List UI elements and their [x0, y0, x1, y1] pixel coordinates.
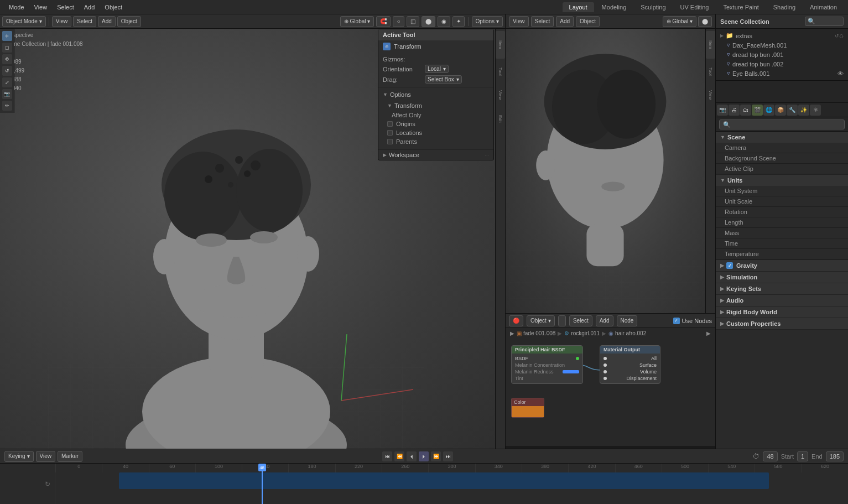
- props-tab-physics[interactable]: ⚛: [810, 105, 821, 116]
- gravity-group-header[interactable]: ▶ ✓ Gravity: [716, 260, 848, 271]
- tab-sculpting[interactable]: Sculpting: [634, 2, 672, 12]
- node-editor-type-btn[interactable]: 🔴: [509, 315, 523, 326]
- scene-group-header[interactable]: ▼ Scene: [716, 132, 848, 143]
- props-tab-scene[interactable]: 🎬: [752, 105, 763, 116]
- bsdf-output-dot[interactable]: [576, 357, 579, 360]
- right-item-btn[interactable]: Item: [706, 31, 715, 59]
- jump-start-btn[interactable]: ⏮: [382, 451, 392, 461]
- annotate-tool-btn[interactable]: ✏: [2, 101, 12, 111]
- tab-modeling[interactable]: Modeling: [595, 2, 633, 12]
- node-select-btn[interactable]: Select: [569, 315, 592, 326]
- right-vp-object-btn[interactable]: Object: [576, 16, 600, 27]
- viewport-view-btn[interactable]: View: [52, 16, 72, 27]
- select-tool-btn[interactable]: ◻: [2, 43, 12, 53]
- viewport-object-btn[interactable]: Object: [117, 16, 141, 27]
- node-view-btn[interactable]: [558, 315, 566, 326]
- material-output-node[interactable]: Material Output All Surface: [600, 345, 660, 384]
- tool-side-btn[interactable]: Tool: [496, 60, 505, 82]
- timeline-view-btn[interactable]: View: [36, 451, 56, 462]
- surface-input-dot[interactable]: [604, 363, 607, 367]
- shading-material-btn[interactable]: ◉: [438, 16, 450, 27]
- props-tab-world[interactable]: 🌐: [763, 105, 774, 116]
- props-tab-view-layer[interactable]: 🗂: [740, 105, 751, 116]
- cursor-tool-btn[interactable]: ✛: [2, 31, 12, 41]
- audio-group-header[interactable]: ▶ Audio: [716, 295, 848, 306]
- right-vp-add-btn[interactable]: Add: [556, 16, 574, 27]
- workspace-section-header[interactable]: ▶ Workspace ···: [378, 150, 493, 160]
- end-frame-display[interactable]: 185: [826, 451, 844, 461]
- origins-checkbox[interactable]: [387, 121, 393, 127]
- use-nodes-toggle[interactable]: ✓ Use Nodes: [673, 318, 712, 324]
- right-3d-viewport[interactable]: View Select Add Object ⊕ Global ▾ ⬤: [506, 14, 715, 313]
- options-section-header[interactable]: ▼ Options: [378, 90, 493, 100]
- global-transform-btn[interactable]: ⊕ Global ▾: [340, 16, 374, 27]
- right-vp-shading-btn[interactable]: ⬤: [698, 16, 712, 27]
- start-frame-display[interactable]: 1: [797, 451, 808, 461]
- menu-item-add[interactable]: Add: [80, 3, 100, 12]
- viewport-select-btn[interactable]: Select: [73, 16, 96, 27]
- breadcrumb-rockgirl[interactable]: ⚙ rockgirl.011: [564, 330, 600, 336]
- tree-item-dax-face[interactable]: ▿ Dax_FaceMesh.001: [716, 40, 848, 50]
- current-frame-display[interactable]: 48: [763, 451, 777, 461]
- right-tool-btn[interactable]: Tool: [706, 60, 715, 82]
- right-vp-select-btn[interactable]: Select: [531, 16, 554, 27]
- playhead[interactable]: 48: [262, 464, 263, 504]
- prev-frame-btn[interactable]: ⏴: [407, 451, 417, 461]
- props-tab-output[interactable]: 🖨: [729, 105, 740, 116]
- volume-input-dot[interactable]: [604, 370, 607, 373]
- proportional-btn[interactable]: ○: [393, 16, 404, 27]
- rigid-body-group-header[interactable]: ▶ Rigid Body World: [716, 306, 848, 318]
- node-editor-panel[interactable]: 🔴 Object ▾ Select Add Node ✓ Use Nodes ▶: [506, 313, 715, 446]
- edit-side-btn[interactable]: Edit: [496, 108, 505, 130]
- viewport-add-btn[interactable]: Add: [98, 16, 116, 27]
- tree-item-extras[interactable]: ▶ 📁 extras ↺♺: [716, 31, 848, 40]
- orientation-dropdown[interactable]: Local ▾: [425, 65, 449, 73]
- simulation-group-header[interactable]: ▶ Simulation: [716, 272, 848, 283]
- color-node-swatch[interactable]: [512, 406, 544, 417]
- color-node[interactable]: Color: [511, 398, 544, 418]
- use-nodes-checkbox[interactable]: ✓: [673, 318, 680, 324]
- rotate-tool-btn[interactable]: ↺: [2, 66, 12, 76]
- units-group-header[interactable]: ▼ Units: [716, 175, 848, 186]
- tab-texture-paint[interactable]: Texture Paint: [717, 2, 766, 12]
- menu-item-view[interactable]: View: [30, 3, 52, 12]
- parents-checkbox-row[interactable]: Parents: [378, 137, 493, 146]
- node-object-btn[interactable]: Object ▾: [527, 315, 555, 326]
- locations-checkbox[interactable]: [387, 130, 393, 136]
- props-search-input[interactable]: [719, 119, 845, 129]
- node-node-btn[interactable]: Node: [617, 315, 638, 326]
- right-view-btn[interactable]: View: [706, 84, 715, 106]
- tab-animation[interactable]: Animation: [803, 2, 844, 12]
- camera-tool-btn[interactable]: 📷: [2, 89, 12, 99]
- left-3d-viewport[interactable]: Object Mode ▾ View Select Add Object ⊕ G…: [0, 14, 505, 449]
- timeline-ruler[interactable]: 0 40 60 100 140 180 220 260 300 340 380 …: [55, 464, 848, 504]
- tab-shading[interactable]: Shading: [767, 2, 802, 12]
- drag-dropdown[interactable]: Select Box ▾: [425, 75, 462, 84]
- parents-checkbox[interactable]: [387, 139, 393, 144]
- transform-subsection-header[interactable]: ▼ Transform: [378, 101, 493, 111]
- scale-tool-btn[interactable]: ⤢: [2, 77, 12, 87]
- keying-sets-group-header[interactable]: ▶ Keying Sets: [716, 283, 848, 294]
- next-frame-btn[interactable]: ⏩: [431, 451, 441, 461]
- breadcrumb-hair[interactable]: ◉ hair afro.002: [608, 330, 646, 336]
- menu-item-object[interactable]: Object: [100, 3, 127, 12]
- tab-layout[interactable]: Layout: [563, 2, 594, 12]
- snap-btn[interactable]: 🧲: [376, 16, 391, 27]
- shading-wire-btn[interactable]: ◫: [407, 16, 419, 27]
- all-input-dot[interactable]: [604, 357, 607, 360]
- tab-uv-editing[interactable]: UV Editing: [674, 2, 716, 12]
- locations-checkbox-row[interactable]: Locations: [378, 128, 493, 137]
- shading-rendered-btn[interactable]: ✦: [452, 16, 465, 27]
- item-side-btn[interactable]: Item: [496, 31, 505, 59]
- node-canvas[interactable]: Principled Hair BSDF BSDF Melanin Concen…: [506, 342, 715, 446]
- keying-dropdown-btn[interactable]: Keying ▾: [4, 451, 34, 462]
- tree-item-dread-bun-001[interactable]: ▿ dread top bun .001: [716, 50, 848, 59]
- options-btn[interactable]: Options ▾: [472, 16, 503, 27]
- timeline-marker-btn[interactable]: Marker: [58, 451, 82, 462]
- props-tab-modifier[interactable]: 🔧: [787, 105, 798, 116]
- view-side-btn[interactable]: View: [496, 84, 505, 106]
- gravity-checkbox[interactable]: ✓: [726, 262, 733, 269]
- node-add-btn[interactable]: Add: [596, 315, 613, 326]
- jump-end-btn[interactable]: ⏭: [443, 451, 453, 461]
- move-tool-btn[interactable]: ✥: [2, 54, 12, 64]
